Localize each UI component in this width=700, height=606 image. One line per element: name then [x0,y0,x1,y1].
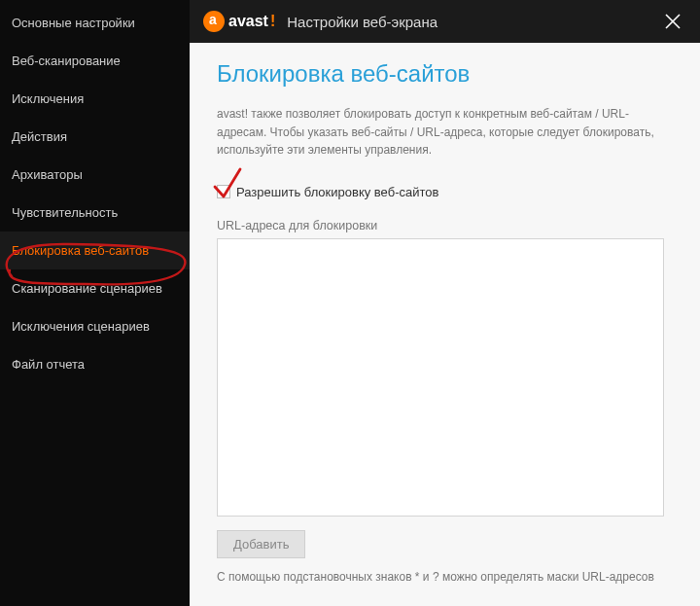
settings-sidebar: Основные настройки Веб-сканирование Искл… [0,0,190,606]
wildcard-footnote: С помощью подстановочных знаков * и ? мо… [217,570,673,584]
sidebar-item-script-exclusions[interactable]: Исключения сценариев [0,307,190,345]
close-icon [664,13,682,30]
sidebar-item-actions[interactable]: Действия [0,118,190,156]
sidebar-item-web-scan[interactable]: Веб-сканирование [0,42,190,80]
url-list-label: URL-адреса для блокировки [217,219,673,232]
brand-text: avast [228,13,268,30]
sidebar-item-sensitivity[interactable]: Чувствительность [0,194,190,232]
url-list-input[interactable] [217,238,664,517]
enable-blocking-label: Разрешить блокировку веб-сайтов [236,185,438,199]
enable-blocking-checkbox[interactable] [217,185,230,198]
sidebar-item-exclusions[interactable]: Исключения [0,80,190,118]
avast-logo-icon [203,11,225,32]
close-button[interactable] [655,4,690,39]
page-title: Блокировка веб-сайтов [217,60,673,88]
brand-bang: ! [270,13,275,30]
sidebar-item-archivers[interactable]: Архиваторы [0,156,190,194]
titlebar-title: Настройки веб-экрана [287,14,438,30]
main-panel: avast ! Настройки веб-экрана Блокировка … [190,0,700,606]
content-area: Блокировка веб-сайтов avast! также позво… [190,43,700,606]
page-description: avast! также позволяет блокировать досту… [217,105,673,160]
sidebar-item-report-file[interactable]: Файл отчета [0,345,190,383]
sidebar-item-main-settings[interactable]: Основные настройки [0,4,190,42]
titlebar: avast ! Настройки веб-экрана [190,0,700,43]
add-button[interactable]: Добавить [217,530,305,558]
enable-blocking-row[interactable]: Разрешить блокировку веб-сайтов [217,185,673,199]
avast-logo: avast ! [203,11,275,32]
sidebar-item-script-scan[interactable]: Сканирование сценариев [0,269,190,307]
sidebar-item-block-websites[interactable]: Блокировка веб-сайтов [0,232,190,269]
